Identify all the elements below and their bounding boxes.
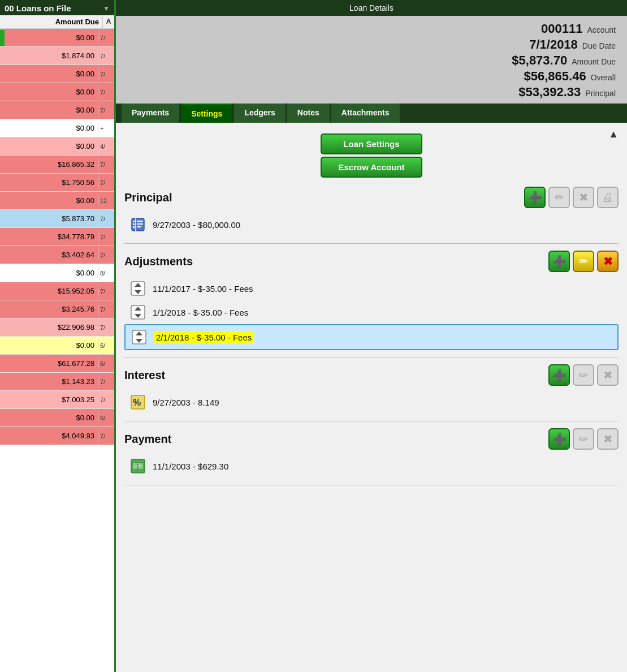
row-amount: $15,952.05 (0, 285, 98, 298)
sidebar-row[interactable]: $7,003.257/ (0, 391, 114, 409)
sidebar-row[interactable]: $15,952.057/ (0, 282, 114, 300)
row-date: 7/ (98, 159, 114, 170)
edit-button[interactable]: ✏ (573, 251, 594, 272)
section-item[interactable]: 2/1/2018 - $-35.00 - Fees (124, 324, 619, 350)
add-button[interactable]: ➕ (548, 251, 570, 272)
sidebar-row[interactable]: $4,049.937/ (0, 427, 114, 445)
sidebar-col-header: Amount Due A (0, 15, 114, 29)
due-date-label: Due Date (582, 41, 616, 50)
sidebar-row[interactable]: $22,906.987/ (0, 318, 114, 337)
tab-settings[interactable]: Settings (181, 104, 232, 123)
due-date-value: 7/1/2018 (529, 37, 578, 52)
sidebar: 00 Loans on File ▼ Amount Due A $0.007/$… (0, 0, 116, 672)
add-button[interactable]: ➕ (548, 428, 570, 450)
row-amount: $22,906.98 (0, 321, 98, 334)
add-button[interactable]: ➕ (548, 364, 570, 386)
escrow-account-button[interactable]: Escrow Account (321, 157, 422, 178)
row-amount: $0.00 (6, 31, 98, 44)
svg-rect-4 (133, 226, 135, 228)
row-date: 7/ (98, 430, 114, 442)
row-date: 7/ (98, 394, 114, 406)
svg-rect-7 (137, 226, 141, 227)
amount-due-value: $5,873.70 (512, 53, 567, 68)
delete-button[interactable]: ✖ (597, 251, 619, 272)
section-payment: Payment➕✏✖$11/1/2003 - $629.30 (124, 421, 619, 485)
row-amount: $3,402.64 (0, 248, 98, 261)
edit-button-disabled: ✏ (573, 428, 594, 450)
sidebar-row[interactable]: $1,750.567/ (0, 174, 114, 192)
sidebar-row[interactable]: $5,873.707/ (0, 210, 114, 228)
section-actions: ➕✏✖ (548, 364, 619, 386)
section-header: Payment➕✏✖ (124, 428, 619, 450)
row-date: 7/ (98, 231, 114, 243)
sidebar-row[interactable]: $0.0012 (0, 192, 114, 210)
arrows-icon (129, 303, 147, 321)
sidebar-row[interactable]: $0.008/ (0, 264, 114, 282)
row-amount: $0.00 (0, 140, 98, 153)
overall-label: Overall (591, 73, 616, 82)
tab-attachments[interactable]: Attachments (331, 104, 400, 123)
loan-header: 000111 Account 7/1/2018 Due Date $5,873.… (116, 16, 627, 104)
section-item[interactable]: %9/27/2003 - 8.149 (124, 390, 619, 414)
section-item[interactable]: $11/1/2003 - $629.30 (124, 454, 619, 478)
sidebar-row[interactable]: $0.006/ (0, 337, 114, 355)
row-date: 7/ (98, 105, 114, 116)
row-amount: $0.00 (0, 67, 98, 80)
row-date: 7/ (98, 213, 114, 225)
row-amount: $5,873.70 (0, 212, 98, 225)
add-button[interactable]: ➕ (524, 187, 546, 208)
loans-on-file-title: 00 Loans on File (5, 3, 71, 13)
row-amount: $34,778.79 (0, 230, 98, 243)
row-amount: $1,874.00 (0, 49, 98, 62)
sidebar-rows[interactable]: $0.007/$1,874.007/$0.007/$0.007/$0.007/$… (0, 29, 114, 672)
section-item[interactable]: 11/1/2017 - $-35.00 - Fees (124, 277, 619, 300)
scroll-up-icon[interactable]: ▲ (608, 128, 619, 140)
row-date: 7/ (98, 177, 114, 188)
row-date: + (98, 123, 114, 134)
delete-button-disabled: ✖ (573, 187, 594, 208)
row-amount: $0.00 (0, 411, 98, 424)
row-amount: $1,143.23 (0, 375, 98, 388)
sidebar-row[interactable]: $34,778.797/ (0, 228, 114, 246)
overall-row: $56,865.46 Overall (524, 69, 616, 84)
sidebar-row[interactable]: $3,245.767/ (0, 300, 114, 318)
section-item[interactable]: 9/27/2003 - $80,000.00 (124, 213, 619, 236)
tab-payments[interactable]: Payments (122, 104, 179, 123)
row-amount: $7,003.25 (0, 393, 98, 406)
svg-rect-3 (133, 223, 135, 225)
sidebar-row[interactable]: $61,677.286/ (0, 355, 114, 373)
dropdown-icon[interactable]: ▼ (103, 5, 110, 12)
item-text: 9/27/2003 - $80,000.00 (153, 220, 240, 230)
tab-notes[interactable]: Notes (287, 104, 330, 123)
sidebar-row[interactable]: $3,402.647/ (0, 246, 114, 264)
item-text: 11/1/2003 - $629.30 (153, 462, 228, 471)
row-date: 7/ (98, 322, 114, 333)
sidebar-row[interactable]: $0.007/ (0, 29, 114, 47)
tab-ledgers[interactable]: Ledgers (234, 104, 285, 123)
row-amount: $0.00 (0, 266, 98, 279)
sidebar-row[interactable]: $0.007/ (0, 65, 114, 83)
percent-icon: % (129, 393, 147, 411)
row-date: 7/ (98, 249, 114, 261)
sidebar-row[interactable]: $16,865.327/ (0, 156, 114, 174)
loan-settings-button[interactable]: Loan Settings (321, 133, 422, 154)
sidebar-header: 00 Loans on File ▼ (0, 0, 114, 15)
section-adjustments: Adjustments➕✏✖11/1/2017 - $-35.00 - Fees… (124, 244, 619, 357)
sidebar-row[interactable]: $0.004/ (0, 137, 114, 156)
section-header: Principal➕✏✖🖨 (124, 187, 619, 208)
sidebar-row[interactable]: $0.007/ (0, 83, 114, 101)
svg-text:$: $ (136, 463, 140, 469)
sidebar-row[interactable]: $0.00+ (0, 119, 114, 137)
row-date: 6/ (98, 358, 114, 369)
sidebar-row[interactable]: $0.006/ (0, 409, 114, 427)
sidebar-row[interactable]: $1,874.007/ (0, 47, 114, 65)
edit-button-disabled: ✏ (573, 364, 594, 386)
section-actions: ➕✏✖ (548, 251, 619, 272)
row-date: 8/ (98, 268, 114, 279)
svg-rect-6 (137, 223, 143, 225)
section-item[interactable]: 1/1/2018 - $-35.00 - Fees (124, 300, 619, 324)
print-button-disabled: 🖨 (597, 187, 619, 208)
sidebar-row[interactable]: $1,143.237/ (0, 373, 114, 391)
sidebar-row[interactable]: $0.007/ (0, 101, 114, 119)
section-title: Adjustments (124, 255, 193, 268)
